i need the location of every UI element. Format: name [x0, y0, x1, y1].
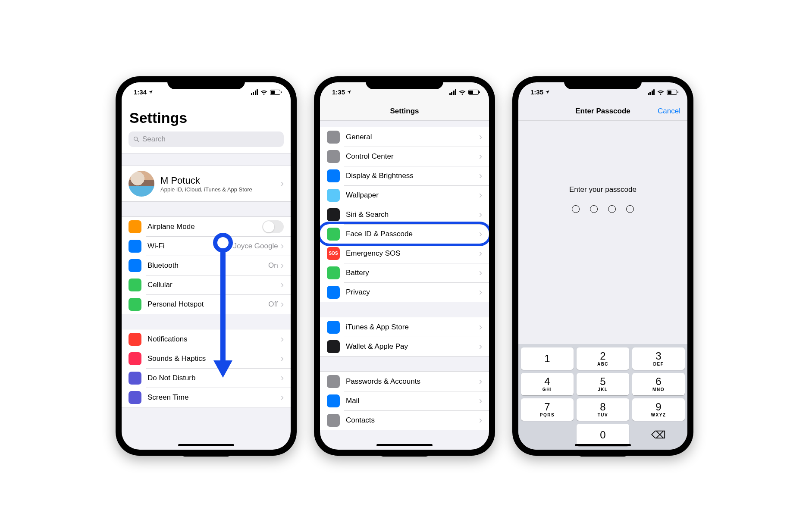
wallet-icon	[327, 340, 340, 353]
settings-row-general[interactable]: General›	[320, 127, 489, 147]
profile-subtitle: Apple ID, iCloud, iTunes & App Store	[160, 186, 281, 193]
key-letters: TUV	[598, 413, 608, 417]
search-icon	[133, 136, 140, 143]
chevron-right-icon: ›	[281, 373, 284, 383]
settings-row-wallet-apple-pay[interactable]: Wallet & Apple Pay›	[320, 337, 489, 356]
avatar	[129, 171, 154, 197]
settings-row-airplane-mode[interactable]: Airplane Mode	[122, 217, 291, 236]
search-input[interactable]: Search	[129, 131, 284, 147]
keypad-key-1[interactable]: 1	[521, 347, 574, 370]
toggle[interactable]	[262, 220, 284, 233]
settings-row-emergency-sos[interactable]: SOSEmergency SOS›	[320, 244, 489, 263]
settings-row-personal-hotspot[interactable]: Personal HotspotOff›	[122, 294, 291, 314]
settings-row-passwords-accounts[interactable]: Passwords & Accounts›	[320, 372, 489, 391]
row-label: Wallpaper	[346, 191, 479, 200]
passcode-dot	[626, 205, 634, 213]
chevron-right-icon: ›	[281, 179, 284, 188]
screen-enter-passcode: 1:35 Enter Passcode Cancel Enter your pa…	[518, 82, 687, 450]
settings-row-battery[interactable]: Battery›	[320, 263, 489, 282]
settings-row-mail[interactable]: Mail›	[320, 391, 489, 410]
cancel-button[interactable]: Cancel	[658, 107, 680, 116]
keypad-key-0[interactable]: 0	[577, 424, 629, 446]
settings-row-cellular[interactable]: Cellular›	[122, 275, 291, 294]
settings-row-notifications[interactable]: Notifications›	[122, 329, 291, 349]
home-indicator[interactable]	[575, 444, 631, 446]
settings-row-wi-fi[interactable]: Wi-FiJoyce Google›	[122, 236, 291, 256]
row-label: Mail	[346, 397, 479, 405]
location-icon	[148, 90, 153, 94]
settings-row-contacts[interactable]: Contacts›	[320, 410, 489, 430]
chevron-right-icon: ›	[281, 300, 284, 309]
chevron-right-icon: ›	[479, 342, 482, 351]
hotspot-icon	[129, 298, 141, 311]
key-letters: WXYZ	[651, 413, 666, 417]
privacy-icon	[327, 286, 340, 299]
row-label: Notifications	[147, 335, 281, 344]
key-letters: GHI	[542, 387, 552, 392]
keypad-blank	[521, 424, 574, 446]
keypad-key-6[interactable]: 6MNO	[632, 373, 685, 395]
faceid-icon	[327, 228, 340, 241]
settings-row-privacy[interactable]: Privacy›	[320, 282, 489, 302]
nav-bar: Enter Passcode Cancel	[518, 102, 687, 121]
key-number: 1	[544, 354, 550, 364]
row-label: Battery	[346, 269, 479, 277]
settings-row-siri-search[interactable]: Siri & Search›	[320, 205, 489, 224]
battery-icon	[468, 90, 479, 95]
chevron-right-icon: ›	[479, 132, 482, 142]
phone-1: 1:34 Settings Search	[116, 76, 297, 456]
home-indicator[interactable]	[178, 444, 234, 446]
location-icon	[347, 90, 351, 94]
keypad-delete[interactable]: ⌫	[632, 424, 685, 446]
keypad-key-7[interactable]: 7PQRS	[521, 398, 574, 421]
display-icon	[327, 169, 340, 182]
airplane-icon	[129, 220, 141, 233]
settings-row-itunes-app-store[interactable]: iTunes & App Store›	[320, 317, 489, 337]
settings-header: Settings Search	[122, 102, 291, 153]
notifications-icon	[129, 333, 141, 346]
settings-row-display-brightness[interactable]: Display & Brightness›	[320, 166, 489, 185]
keypad-key-4[interactable]: 4GHI	[521, 373, 574, 395]
profile-name: M Potuck	[160, 175, 281, 186]
key-number: 3	[655, 351, 661, 361]
key-number: 6	[655, 376, 661, 387]
home-indicator[interactable]	[376, 444, 433, 446]
chevron-right-icon: ›	[479, 416, 482, 425]
chevron-right-icon: ›	[281, 354, 284, 363]
key-letters: PQRS	[540, 413, 555, 417]
chevron-right-icon: ›	[479, 288, 482, 297]
settings-row-face-id-passcode[interactable]: Face ID & Passcode›	[320, 224, 489, 244]
key-letters: ABC	[597, 362, 608, 366]
settings-row-bluetooth[interactable]: BluetoothOn›	[122, 256, 291, 275]
row-label: Face ID & Passcode	[346, 230, 479, 238]
location-icon	[545, 90, 550, 94]
settings-row-wallpaper[interactable]: Wallpaper›	[320, 185, 489, 205]
chevron-right-icon: ›	[479, 268, 482, 278]
keypad-key-9[interactable]: 9WXYZ	[632, 398, 685, 421]
svg-line-1	[137, 140, 139, 142]
passcode-dots	[572, 205, 634, 213]
key-number: 8	[600, 402, 605, 412]
settings-row-control-center[interactable]: Control Center›	[320, 147, 489, 166]
screentime-icon	[129, 391, 141, 404]
row-label: Privacy	[346, 288, 479, 297]
settings-row-do-not-disturb[interactable]: Do Not Disturb›	[122, 368, 291, 388]
search-placeholder: Search	[142, 135, 166, 144]
keypad-key-2[interactable]: 2ABC	[577, 347, 629, 370]
keypad-key-8[interactable]: 8TUV	[577, 398, 629, 421]
battery-icon	[270, 90, 280, 95]
keypad-key-3[interactable]: 3DEF	[632, 347, 685, 370]
key-letters: MNO	[652, 387, 665, 392]
wifi-icon	[129, 240, 141, 253]
profile-row[interactable]: M Potuck Apple ID, iCloud, iTunes & App …	[122, 166, 291, 201]
settings-row-sounds-haptics[interactable]: Sounds & Haptics›	[122, 349, 291, 368]
battery-icon	[327, 266, 340, 279]
phone-2: 1:35 Settings General›Control Center›Dis…	[314, 76, 495, 456]
passwords-icon	[327, 375, 340, 388]
chevron-right-icon: ›	[479, 229, 482, 239]
row-label: Airplane Mode	[147, 222, 262, 231]
keypad-key-5[interactable]: 5JKL	[577, 373, 629, 395]
chevron-right-icon: ›	[281, 241, 284, 251]
nav-title: Enter Passcode	[575, 107, 630, 116]
settings-row-screen-time[interactable]: Screen Time›	[122, 388, 291, 407]
